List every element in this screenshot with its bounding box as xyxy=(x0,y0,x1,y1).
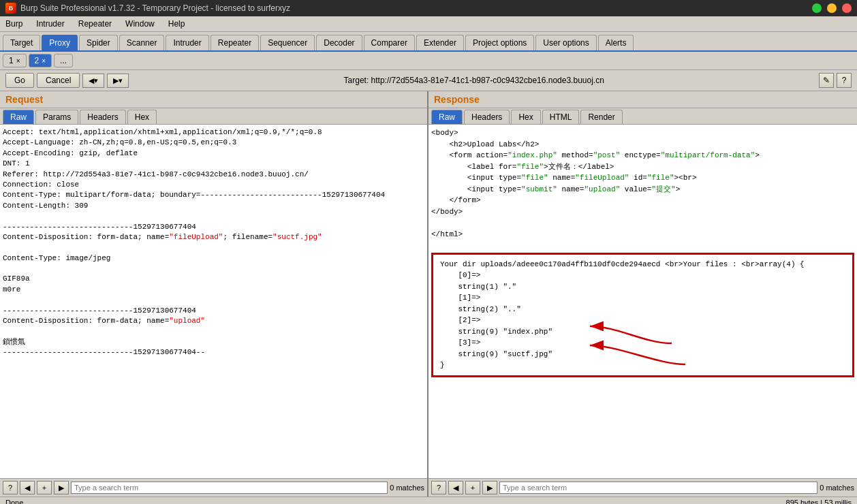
tab-decoder[interactable]: Decoder xyxy=(316,35,362,50)
request-pane: Request Raw Params Headers Hex Accept: t… xyxy=(0,91,429,497)
resp-line: <input type="submit" name="upload" value… xyxy=(431,184,854,195)
toolbar: Go Cancel ◀▾ ▶▾ Target: http://72d554a3-… xyxy=(0,70,857,91)
req-search-prev[interactable]: ◀ xyxy=(20,481,35,494)
req-tab-2[interactable]: 2 × xyxy=(29,54,52,67)
tab-alerts[interactable]: Alerts xyxy=(598,35,634,50)
resp-tab-headers[interactable]: Headers xyxy=(464,110,510,124)
resp-search-help[interactable]: ? xyxy=(431,481,446,494)
req-line: DNT: 1 xyxy=(3,159,424,169)
resp-search-next-plus[interactable]: + xyxy=(465,481,480,494)
req-tab-headers[interactable]: Headers xyxy=(80,110,125,124)
tab-spider[interactable]: Spider xyxy=(79,35,118,50)
tab-intruder[interactable]: Intruder xyxy=(166,35,208,50)
tab-comparer[interactable]: Comparer xyxy=(364,35,415,50)
nav-left-button[interactable]: ◀▾ xyxy=(82,74,104,88)
highlight-line: Your dir uploads/adeee0c170ad4ffb110df0c… xyxy=(440,259,845,270)
main-tabs: Target Proxy Spider Scanner Intruder Rep… xyxy=(0,32,857,52)
req-line: -----------------------------15297130677… xyxy=(3,306,424,316)
req-tab-1-close[interactable]: × xyxy=(16,57,20,65)
req-line: -----------------------------15297130677… xyxy=(3,347,424,358)
response-inner-tabs: Raw Headers Hex HTML Render xyxy=(429,108,857,125)
response-content[interactable]: <body> <h2>Upload Labs</h2> <form action… xyxy=(429,125,857,478)
arrow2-svg xyxy=(576,338,685,366)
help-button[interactable]: ? xyxy=(837,73,852,88)
close-button[interactable] xyxy=(842,3,852,13)
highlight-line: string(2) ".." xyxy=(440,304,845,315)
tab-sequencer[interactable]: Sequencer xyxy=(260,35,315,50)
menu-burp[interactable]: Burp xyxy=(3,18,25,30)
tab-repeater[interactable]: Repeater xyxy=(211,35,259,50)
resp-tab-html[interactable]: HTML xyxy=(542,110,580,124)
req-line: Referer: http://72d554a3-81e7-41c1-b987-… xyxy=(3,170,424,180)
response-html: <body> <h2>Upload Labs</h2> <form action… xyxy=(431,127,854,377)
req-tab-1-label: 1 xyxy=(9,56,14,65)
resp-search-next[interactable]: ▶ xyxy=(482,481,497,494)
resp-line xyxy=(431,240,854,251)
edit-target-button[interactable]: ✎ xyxy=(819,73,834,88)
title-text: Burp Suite Professional v1.7.32 - Tempor… xyxy=(20,3,290,13)
req-tab-params[interactable]: Params xyxy=(35,110,78,124)
request-content[interactable]: Accept: text/html,application/xhtml+xml,… xyxy=(0,125,427,478)
resp-line: <body> xyxy=(431,127,854,139)
request-inner-tabs: Raw Params Headers Hex xyxy=(0,108,427,125)
req-line xyxy=(3,295,424,305)
tab-proxy[interactable]: Proxy xyxy=(42,35,78,50)
request-header: Request xyxy=(0,91,427,108)
titlebar: B Burp Suite Professional v1.7.32 - Temp… xyxy=(0,0,857,16)
status-right: 895 bytes | 53 millis xyxy=(786,499,852,504)
resp-search-prev[interactable]: ◀ xyxy=(448,481,463,494)
minimize-button[interactable] xyxy=(812,3,822,13)
req-tab-1[interactable]: 1 × xyxy=(3,54,27,67)
resp-tab-render[interactable]: Render xyxy=(580,110,622,124)
req-search-matches: 0 matches xyxy=(390,484,424,492)
response-search-input[interactable] xyxy=(499,482,817,494)
req-line: Accept-Language: zh-CN,zh;q=0.8,en-US;q=… xyxy=(3,138,424,148)
nav-right-button[interactable]: ▶▾ xyxy=(107,74,129,88)
req-line: GIF89a xyxy=(3,274,424,284)
app-logo: B xyxy=(5,3,16,14)
tab-user-options[interactable]: User options xyxy=(535,35,596,50)
req-tab-2-close[interactable]: × xyxy=(42,57,46,65)
maximize-button[interactable] xyxy=(827,3,837,13)
arrow2-line: string(9) "suctf.jpg" xyxy=(440,349,845,360)
resp-line: <input type="file" name="fileUpload" id=… xyxy=(431,172,854,184)
req-line: -----------------------------15297130677… xyxy=(3,222,424,232)
menu-help[interactable]: Help xyxy=(166,18,188,30)
window-controls xyxy=(812,3,852,13)
target-label: Target: http://72d554a3-81e7-41c1-b987-c… xyxy=(131,76,816,85)
content-area: Request Raw Params Headers Hex Accept: t… xyxy=(0,91,857,497)
highlight-line: [1]=> xyxy=(440,292,845,304)
req-line: 鎖惯氚 xyxy=(3,337,424,347)
resp-tab-hex[interactable]: Hex xyxy=(511,110,540,124)
request-search-input[interactable] xyxy=(71,482,388,494)
req-search-next-plus[interactable]: + xyxy=(37,481,52,494)
resp-line: <label for="file">文件名：</label> xyxy=(431,161,854,173)
req-tab-raw[interactable]: Raw xyxy=(3,110,34,124)
menu-window[interactable]: Window xyxy=(123,18,157,30)
req-search-help[interactable]: ? xyxy=(3,481,18,494)
resp-line: <form action="index.php" method="post" e… xyxy=(431,150,854,161)
req-line xyxy=(3,326,424,336)
req-line: Connection: close xyxy=(3,180,424,190)
menu-repeater[interactable]: Repeater xyxy=(76,18,114,30)
tab-extender[interactable]: Extender xyxy=(416,35,464,50)
response-search-bar: ? ◀ + ▶ 0 matches xyxy=(429,478,857,497)
req-line: Accept-Encoding: gzip, deflate xyxy=(3,148,424,159)
go-button[interactable]: Go xyxy=(5,73,34,88)
req-line: Content-Length: 309 xyxy=(3,201,424,211)
tab-scanner[interactable]: Scanner xyxy=(119,35,165,50)
req-line xyxy=(3,242,424,253)
cancel-button[interactable]: Cancel xyxy=(37,73,80,88)
req-tab-hex[interactable]: Hex xyxy=(127,110,157,124)
req-search-next[interactable]: ▶ xyxy=(54,481,69,494)
response-pane: Response Raw Headers Hex HTML Render <bo… xyxy=(429,91,857,497)
menubar: Burp Intruder Repeater Window Help xyxy=(0,16,857,32)
arrow2-text: string(9) "suctf.jpg" xyxy=(440,349,552,360)
tab-project-options[interactable]: Project options xyxy=(465,35,534,50)
req-tab-more[interactable]: ... xyxy=(54,54,73,67)
menu-intruder[interactable]: Intruder xyxy=(33,18,67,30)
highlight-line: string(1) "." xyxy=(440,281,845,293)
tab-target[interactable]: Target xyxy=(3,35,40,50)
resp-search-matches: 0 matches xyxy=(820,484,854,492)
resp-tab-raw[interactable]: Raw xyxy=(431,110,463,124)
